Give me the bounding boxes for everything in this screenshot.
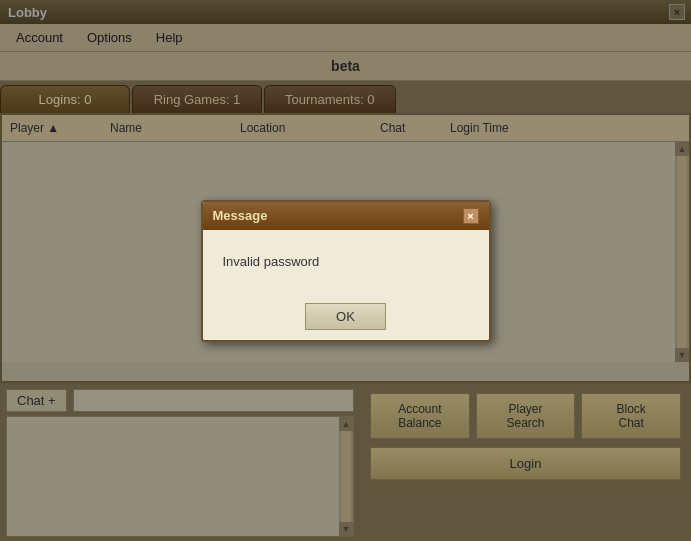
dialog-close-button[interactable]: × <box>463 208 479 224</box>
dialog-footer: OK <box>203 293 489 340</box>
dialog-titlebar: Message × <box>203 202 489 230</box>
dialog-ok-button[interactable]: OK <box>305 303 386 330</box>
dialog-title-label: Message <box>213 208 268 223</box>
message-dialog: Message × Invalid password OK <box>201 200 491 342</box>
dialog-message-body: Invalid password <box>203 230 489 293</box>
dialog-overlay: Message × Invalid password OK <box>0 0 691 541</box>
dialog-message-text: Invalid password <box>223 254 320 269</box>
